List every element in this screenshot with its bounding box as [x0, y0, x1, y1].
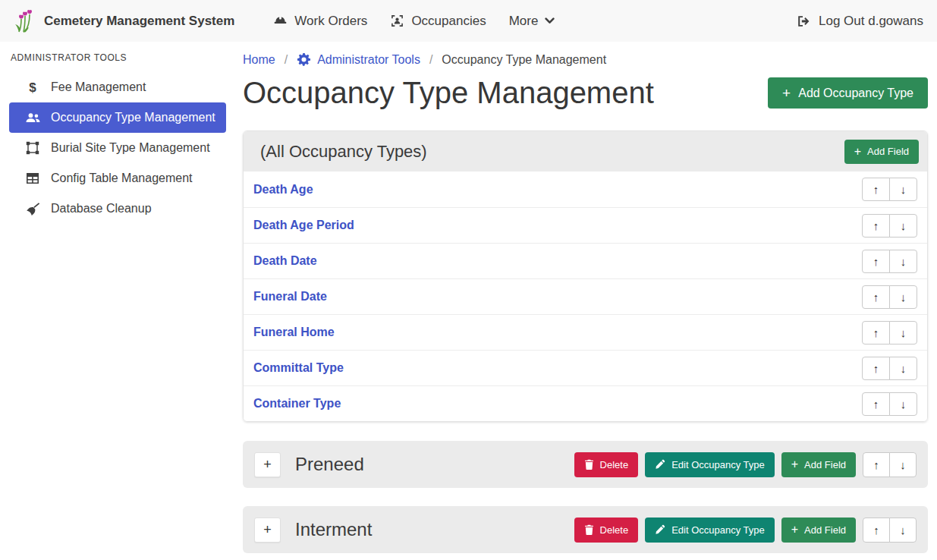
move-up-button[interactable]: ↑: [862, 214, 890, 238]
vector-square-icon: [24, 141, 41, 155]
reorder-group: ↑ ↓: [862, 285, 917, 309]
breadcrumb-home-link[interactable]: Home: [243, 53, 275, 67]
add-field-button[interactable]: + Add Field: [781, 452, 856, 477]
move-down-button[interactable]: ↓: [889, 518, 917, 543]
tulips-logo-icon: [14, 9, 36, 33]
sidebar-item-fee-management[interactable]: $ Fee Management: [9, 72, 226, 102]
add-occupancy-type-button[interactable]: + Add Occupancy Type: [768, 77, 928, 109]
edit-occupancy-type-button[interactable]: Edit Occupancy Type: [645, 452, 775, 477]
expand-button[interactable]: +: [254, 518, 281, 543]
main-content: Home / Administrator Tools / Occupancy T…: [228, 42, 937, 560]
nav-item-work-orders[interactable]: Work Orders: [273, 14, 367, 29]
arrow-up-icon: ↑: [873, 326, 879, 339]
field-link[interactable]: Death Date: [253, 254, 317, 268]
move-down-button[interactable]: ↓: [889, 392, 917, 416]
add-field-button[interactable]: + Add Field: [781, 518, 856, 543]
logout-button[interactable]: Log Out d.gowans: [797, 14, 923, 29]
move-down-button[interactable]: ↓: [889, 214, 917, 238]
pencil-icon: [655, 459, 665, 470]
section-list: + Preneed Delete Edit Occupancy Type + A…: [243, 441, 928, 553]
nav-item-occupancies[interactable]: Occupancies: [390, 14, 486, 29]
section-name: Preneed: [295, 454, 568, 475]
move-down-button[interactable]: ↓: [889, 178, 917, 201]
breadcrumb-admin-tools-label: Administrator Tools: [317, 53, 420, 67]
reorder-group: ↑ ↓: [862, 214, 917, 238]
reorder-group: ↑ ↓: [863, 518, 917, 543]
plus-icon: +: [791, 524, 798, 536]
chevron-down-icon: [545, 17, 555, 24]
field-link[interactable]: Funeral Home: [253, 326, 335, 339]
reorder-group: ↑ ↓: [862, 321, 917, 344]
plus-icon: +: [854, 146, 861, 158]
move-up-button[interactable]: ↑: [862, 357, 890, 380]
occupancy-frame-icon: [390, 14, 404, 28]
arrow-down-icon: ↓: [900, 458, 906, 471]
sidebar-item-database-cleanup[interactable]: Database Cleanup: [9, 193, 226, 224]
move-up-button[interactable]: ↑: [863, 518, 890, 543]
add-occupancy-type-label: Add Occupancy Type: [798, 87, 913, 100]
move-down-button[interactable]: ↓: [889, 285, 917, 309]
arrow-up-icon: ↑: [873, 255, 879, 268]
all-occupancy-types-card: (All Occupancy Types) + Add Field Death …: [243, 131, 928, 422]
sidebar-item-label: Database Cleanup: [51, 202, 152, 216]
move-up-button[interactable]: ↑: [862, 250, 890, 273]
top-navbar: Cemetery Management System Work Orders O…: [0, 0, 937, 42]
move-up-button[interactable]: ↑: [862, 392, 890, 416]
field-link[interactable]: Funeral Date: [253, 290, 327, 304]
field-link[interactable]: Death Age: [253, 183, 313, 197]
all-types-card-header: (All Occupancy Types) + Add Field: [244, 131, 927, 171]
trash-icon: [584, 459, 594, 470]
nav-item-label: More: [509, 14, 539, 29]
move-up-button[interactable]: ↑: [863, 452, 890, 477]
add-field-button[interactable]: + Add Field: [844, 140, 919, 164]
sidebar-header: ADMINISTRATOR TOOLS: [0, 45, 228, 72]
breadcrumb-current: Occupancy Type Management: [442, 53, 606, 67]
sidebar-item-config-table-management[interactable]: Config Table Management: [9, 163, 226, 193]
field-row: Death Age Period ↑ ↓: [244, 207, 927, 243]
delete-button[interactable]: Delete: [574, 452, 639, 477]
delete-button-label: Delete: [600, 459, 629, 470]
app-brand[interactable]: Cemetery Management System: [14, 9, 234, 33]
nav-item-more[interactable]: More: [509, 14, 555, 29]
section-interment: + Interment Delete Edit Occupancy Type +…: [243, 506, 928, 553]
sidebar-item-occupancy-type-management[interactable]: Occupancy Type Management: [9, 102, 226, 133]
section-name: Interment: [295, 519, 568, 540]
reorder-group: ↑ ↓: [862, 357, 917, 380]
arrow-down-icon: ↓: [901, 255, 907, 268]
move-up-button[interactable]: ↑: [862, 178, 890, 201]
delete-button[interactable]: Delete: [574, 518, 639, 543]
move-down-button[interactable]: ↓: [889, 357, 917, 380]
plus-icon: +: [791, 458, 798, 470]
breadcrumb: Home / Administrator Tools / Occupancy T…: [243, 52, 928, 67]
sidebar-item-burial-site-type-management[interactable]: Burial Site Type Management: [9, 133, 226, 163]
field-link[interactable]: Death Age Period: [253, 219, 354, 232]
field-list: Death Age ↑ ↓ Death Age Period ↑ ↓ Death…: [244, 171, 927, 421]
move-up-button[interactable]: ↑: [862, 285, 890, 309]
move-down-button[interactable]: ↓: [889, 250, 917, 273]
edit-occupancy-type-button[interactable]: Edit Occupancy Type: [645, 518, 775, 543]
arrow-down-icon: ↓: [901, 326, 907, 339]
move-down-button[interactable]: ↓: [889, 452, 917, 477]
reorder-group: ↑ ↓: [862, 392, 917, 416]
field-link[interactable]: Committal Type: [253, 361, 344, 375]
move-down-button[interactable]: ↓: [889, 321, 917, 344]
reorder-group: ↑ ↓: [862, 250, 917, 273]
move-up-button[interactable]: ↑: [862, 321, 890, 344]
sidebar-nav: $ Fee Management Occupancy Type Manageme…: [0, 72, 228, 224]
reorder-group: ↑ ↓: [863, 452, 917, 477]
expand-button[interactable]: +: [254, 452, 281, 477]
field-link[interactable]: Container Type: [253, 397, 341, 411]
title-row: Occupancy Type Management + Add Occupanc…: [243, 76, 928, 110]
trash-icon: [584, 524, 594, 535]
plus-icon: +: [263, 457, 272, 473]
sidebar-item-label: Burial Site Type Management: [51, 141, 210, 155]
arrow-down-icon: ↓: [901, 219, 907, 232]
field-row: Death Age ↑ ↓: [244, 171, 927, 207]
edit-button-label: Edit Occupancy Type: [671, 524, 765, 536]
nav-items: Work Orders Occupancies More: [262, 14, 566, 29]
arrow-down-icon: ↓: [901, 362, 907, 375]
arrow-down-icon: ↓: [900, 524, 906, 536]
add-field-button-label: Add Field: [804, 459, 846, 470]
breadcrumb-separator: /: [285, 53, 288, 67]
breadcrumb-admin-tools-link[interactable]: Administrator Tools: [297, 52, 420, 67]
